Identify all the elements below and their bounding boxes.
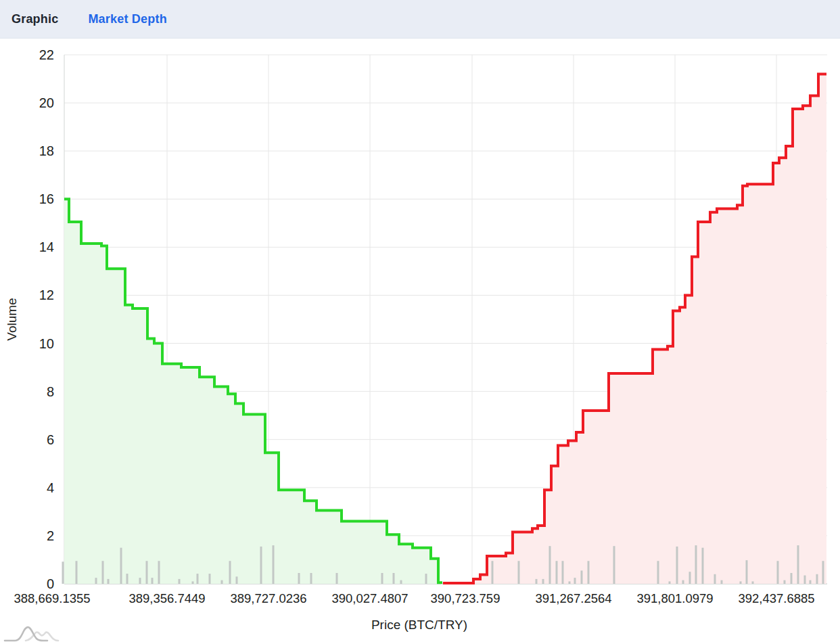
svg-text:0: 0 bbox=[47, 576, 54, 591]
svg-text:4: 4 bbox=[47, 480, 54, 495]
svg-text:18: 18 bbox=[39, 143, 54, 158]
svg-text:22: 22 bbox=[39, 47, 54, 62]
svg-text:389,727.0236: 389,727.0236 bbox=[230, 591, 306, 605]
svg-text:390,723.759: 390,723.759 bbox=[431, 591, 500, 605]
svg-text:391,267.2564: 391,267.2564 bbox=[535, 591, 611, 605]
svg-text:Volume: Volume bbox=[5, 298, 19, 340]
mountain-logo-icon bbox=[3, 624, 61, 642]
svg-text:6: 6 bbox=[47, 432, 54, 447]
svg-text:8: 8 bbox=[47, 384, 54, 399]
svg-text:Price (BTC/TRY): Price (BTC/TRY) bbox=[371, 618, 467, 632]
svg-text:392,437.6885: 392,437.6885 bbox=[738, 591, 814, 605]
depth-chart-canvas: 0246810121416182022388,669.1355389,356.7… bbox=[0, 0, 840, 644]
svg-text:390,027.4807: 390,027.4807 bbox=[331, 591, 408, 605]
svg-text:20: 20 bbox=[39, 95, 54, 110]
svg-text:14: 14 bbox=[39, 239, 54, 254]
svg-text:10: 10 bbox=[39, 336, 54, 351]
market-depth-chart: 0246810121416182022388,669.1355389,356.7… bbox=[0, 39, 840, 644]
svg-text:2: 2 bbox=[47, 528, 54, 543]
svg-text:389,356.7449: 389,356.7449 bbox=[129, 591, 205, 605]
svg-text:16: 16 bbox=[39, 191, 54, 206]
svg-text:388,669.1355: 388,669.1355 bbox=[14, 591, 90, 605]
svg-text:12: 12 bbox=[39, 288, 54, 302]
svg-text:391,801.0979: 391,801.0979 bbox=[636, 591, 713, 605]
